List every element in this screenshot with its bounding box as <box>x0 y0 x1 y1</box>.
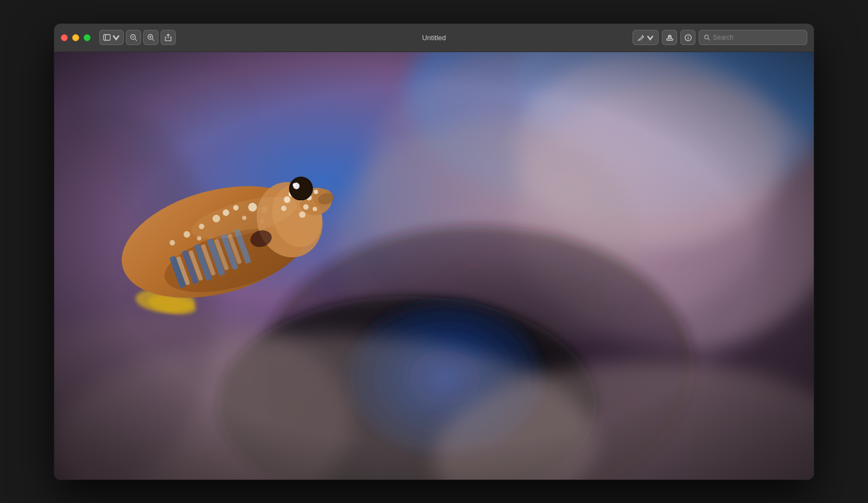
zoom-out-icon <box>130 34 137 41</box>
minimize-button[interactable] <box>72 34 79 41</box>
pen-icon <box>637 34 644 41</box>
info-button[interactable] <box>680 30 695 45</box>
share-icon <box>164 34 172 41</box>
chevron-down-icon <box>112 34 120 41</box>
pen-chevron-down-icon <box>647 34 654 41</box>
svg-rect-0 <box>104 35 110 41</box>
svg-line-17 <box>708 39 710 40</box>
pen-tool-button[interactable] <box>633 30 659 45</box>
search-input[interactable] <box>713 34 802 41</box>
svg-line-6 <box>152 39 155 41</box>
toolbar-right <box>633 30 807 45</box>
window-title: Untitled <box>422 34 446 42</box>
sidebar-icon <box>103 34 111 41</box>
zoom-in-icon <box>147 34 155 41</box>
search-icon <box>704 34 710 41</box>
svg-rect-82 <box>54 52 814 480</box>
maximize-button[interactable] <box>84 34 91 41</box>
image-container <box>54 52 814 480</box>
info-icon <box>684 34 692 42</box>
svg-point-15 <box>687 35 688 36</box>
search-box[interactable] <box>699 30 807 45</box>
stamp-button[interactable] <box>662 30 677 45</box>
svg-line-3 <box>135 39 137 41</box>
zoom-out-button[interactable] <box>126 30 141 45</box>
close-button[interactable] <box>61 34 68 41</box>
fish-scene <box>54 52 814 480</box>
main-window: Untitled <box>54 24 814 480</box>
sidebar-toggle-button[interactable] <box>99 30 124 45</box>
titlebar: Untitled <box>54 24 814 52</box>
toolbar-left <box>99 30 176 45</box>
traffic-lights <box>61 34 91 41</box>
share-button[interactable] <box>161 30 176 45</box>
zoom-in-button[interactable] <box>143 30 158 45</box>
stamp-icon <box>666 34 674 42</box>
svg-point-16 <box>705 35 709 39</box>
svg-rect-11 <box>666 39 672 40</box>
